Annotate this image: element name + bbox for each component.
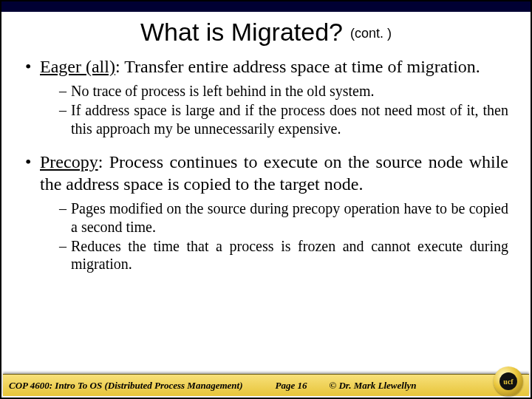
logo-text: ucf — [503, 378, 513, 386]
sub-item: Reduces the time that a process is froze… — [59, 237, 508, 273]
logo-center-icon: ucf — [499, 372, 517, 390]
bullet-eager: Eager (all): Transfer entire address spa… — [24, 55, 508, 78]
bullet-precopy: Precopy: Process continues to execute on… — [24, 151, 508, 195]
title-area: What is Migrated? (cont. ) — [1, 12, 531, 55]
bullet-lead: Eager (all) — [40, 57, 115, 76]
slide-title: What is Migrated? — [140, 18, 343, 46]
footer-copyright: © Dr. Mark Llewellyn — [329, 380, 416, 392]
sub-list-precopy: Pages modified on the source during prec… — [24, 200, 508, 273]
sub-item: If address space is large and if the pro… — [59, 101, 508, 137]
logo-ring-icon: ucf — [494, 366, 523, 396]
slide-title-cont: (cont. ) — [350, 26, 392, 41]
top-stripe — [1, 1, 531, 12]
ucf-logo: ucf — [494, 366, 523, 396]
bullet-rest: : Process continues to execute on the so… — [40, 152, 508, 194]
bullet-lead: Precopy — [40, 152, 98, 171]
content-area: Eager (all): Transfer entire address spa… — [1, 55, 531, 273]
footer-bar: COP 4600: Intro To OS (Distributed Proce… — [3, 374, 529, 396]
footer-page: Page 16 — [275, 380, 307, 392]
bullet-rest: : Transfer entire address space at time … — [115, 57, 480, 76]
footer-course: COP 4600: Intro To OS (Distributed Proce… — [9, 380, 242, 392]
slide: What is Migrated? (cont. ) Eager (all): … — [0, 0, 532, 399]
sub-item: No trace of process is left behind in th… — [59, 82, 508, 100]
sub-item: Pages modified on the source during prec… — [59, 200, 508, 236]
sub-list-eager: No trace of process is left behind in th… — [24, 82, 508, 137]
